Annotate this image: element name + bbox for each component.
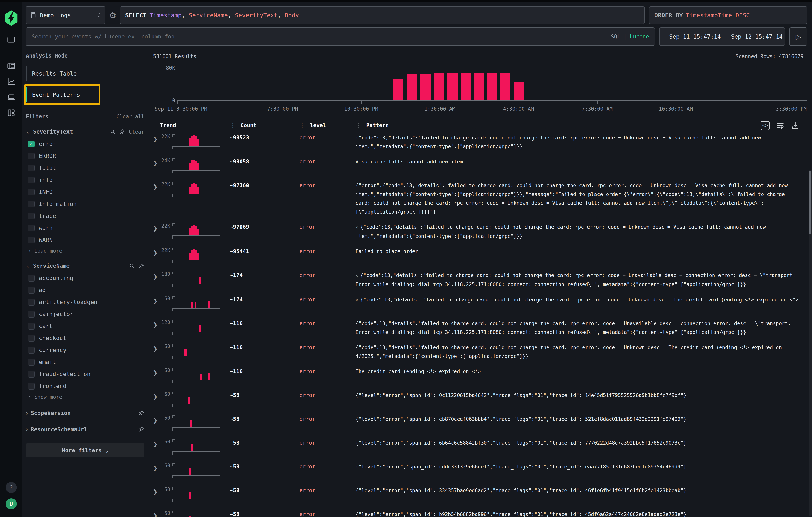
checkbox-unchecked[interactable] bbox=[28, 323, 35, 329]
collapse-sidebar-icon[interactable] bbox=[6, 35, 16, 45]
table-row[interactable]: ❯22K~97360error{"error":{"code":13,"deta… bbox=[151, 178, 812, 219]
checkbox-unchecked[interactable] bbox=[28, 225, 35, 231]
pattern-cell[interactable]: {"level":"error","span_id":"eb870ecef063… bbox=[355, 414, 801, 424]
hyperdx-logo-icon[interactable] bbox=[3, 10, 20, 26]
table-row[interactable]: ❯60~116errorThe credit card (ending <*> … bbox=[151, 364, 812, 387]
row-expand-chevron-icon[interactable]: ❯ bbox=[151, 295, 160, 304]
checkbox-unchecked[interactable] bbox=[28, 359, 35, 366]
chart-explorer-nav-icon[interactable] bbox=[6, 77, 16, 86]
service-show-more[interactable]: › Show more bbox=[28, 394, 144, 400]
pattern-cell[interactable]: {"code":13,"details":"failed to charge c… bbox=[355, 133, 801, 151]
row-expand-chevron-icon[interactable]: ❯ bbox=[151, 391, 160, 400]
table-row[interactable]: ❯60~58error{"level":"error","span_id":"0… bbox=[151, 387, 812, 411]
histogram-bar[interactable] bbox=[474, 73, 484, 100]
pattern-cell[interactable]: {"level":"error","span_id":"0c11220615ba… bbox=[355, 391, 801, 400]
pattern-cell[interactable]: {"error":{"code":13,"details":"failed to… bbox=[355, 181, 801, 216]
histogram-bar[interactable] bbox=[434, 73, 444, 100]
table-row[interactable]: ❯60~58error{"level":"error","span_id":"b… bbox=[151, 507, 812, 517]
table-row[interactable]: ❯60~58error{"level":"error","span_id":"e… bbox=[151, 411, 812, 435]
row-expand-chevron-icon[interactable]: ❯ bbox=[151, 319, 160, 328]
user-avatar[interactable]: U bbox=[6, 498, 17, 509]
checkbox-unchecked[interactable] bbox=[28, 371, 35, 378]
checkbox-unchecked[interactable] bbox=[28, 287, 35, 293]
scope-version-group[interactable]: › ScopeVersion bbox=[26, 410, 144, 416]
table-row[interactable]: ❯60~58error{"level":"error","span_id":"c… bbox=[151, 459, 812, 483]
order-by-input[interactable]: ORDER BYTimestampTime DESC bbox=[649, 6, 807, 24]
checkbox-unchecked[interactable] bbox=[28, 212, 35, 220]
pattern-cell[interactable]: {"code":13,"details":"failed to charge c… bbox=[355, 319, 801, 337]
service-filter-option[interactable]: frontend bbox=[26, 380, 144, 392]
checkbox-unchecked[interactable] bbox=[28, 347, 35, 353]
severity-filter-option[interactable]: ✓error bbox=[26, 138, 144, 150]
severity-filter-option[interactable]: INFO bbox=[26, 186, 144, 198]
severity-clear-button[interactable]: Clear bbox=[129, 129, 144, 135]
run-query-button[interactable]: ▷ bbox=[789, 27, 807, 46]
row-expand-chevron-icon[interactable]: ❯ bbox=[151, 414, 160, 424]
checkbox-unchecked[interactable] bbox=[28, 311, 35, 318]
row-expand-chevron-icon[interactable]: ❯ bbox=[151, 343, 160, 352]
results-histogram[interactable]: 80K 0 Sep 11 3:30:00 PM7:30:00 PM10:30:0… bbox=[153, 67, 807, 112]
row-expand-chevron-icon[interactable]: ❯ bbox=[151, 270, 160, 280]
row-expand-chevron-icon[interactable]: ❯ bbox=[151, 133, 160, 142]
histogram-bar[interactable] bbox=[407, 74, 417, 100]
table-row[interactable]: ❯60~174error×{"code":13,"details":"faile… bbox=[151, 292, 812, 316]
pattern-cell[interactable]: {"level":"error","span_id":"6b64c6c58842… bbox=[355, 438, 801, 447]
download-icon[interactable] bbox=[791, 121, 800, 130]
checkbox-unchecked[interactable] bbox=[28, 177, 35, 183]
histogram-bar[interactable] bbox=[393, 79, 403, 100]
pin-icon[interactable] bbox=[139, 427, 144, 432]
chevron-down-icon[interactable]: ⌄ bbox=[26, 128, 30, 135]
checkbox-unchecked[interactable] bbox=[28, 165, 35, 171]
histogram-bar[interactable] bbox=[500, 73, 511, 100]
pin-icon[interactable] bbox=[139, 263, 144, 268]
column-header-level[interactable]: ⋮level bbox=[299, 122, 355, 129]
search-input[interactable]: Search your events w/ Lucene ex. column:… bbox=[26, 27, 655, 46]
column-drag-handle-icon[interactable]: ⋮ bbox=[230, 122, 236, 129]
histogram-bar[interactable] bbox=[420, 74, 431, 100]
pattern-cell[interactable]: Visa cache full: cannot add new item. bbox=[355, 157, 801, 166]
severity-filter-option[interactable]: Information bbox=[26, 198, 144, 210]
view-source-icon[interactable]: <> bbox=[761, 121, 770, 130]
scrollbar-thumb[interactable] bbox=[809, 171, 811, 234]
table-row[interactable]: ❯60~58error{"level":"error","span_id":"6… bbox=[151, 435, 812, 459]
pattern-cell[interactable]: ×{"code":13,"details":"failed to charge … bbox=[355, 295, 801, 305]
service-filter-option[interactable]: fraud-detection bbox=[26, 368, 144, 380]
more-filters-button[interactable]: More filters ⌄ bbox=[26, 443, 144, 457]
severity-filter-option[interactable]: WARN bbox=[26, 234, 144, 246]
row-expand-chevron-icon[interactable]: ❯ bbox=[151, 438, 160, 448]
checkbox-unchecked[interactable] bbox=[28, 299, 35, 306]
help-button[interactable]: ? bbox=[6, 482, 17, 493]
pin-icon[interactable] bbox=[119, 129, 125, 135]
service-filter-option[interactable]: cainjector bbox=[26, 308, 144, 320]
clear-all-filters-button[interactable]: Clear all bbox=[117, 114, 144, 119]
language-sql-option[interactable]: SQL bbox=[611, 33, 620, 40]
text-wrap-icon[interactable] bbox=[776, 121, 785, 130]
column-header-pattern[interactable]: ⋮Pattern bbox=[355, 122, 801, 129]
column-drag-handle-icon[interactable]: ⋮ bbox=[299, 122, 305, 129]
pattern-cell[interactable]: {"level":"error","span_id":"b92b54b6882b… bbox=[355, 510, 801, 517]
severity-filter-option[interactable]: warn bbox=[26, 222, 144, 234]
histogram-bar[interactable] bbox=[447, 73, 458, 100]
column-header-count[interactable]: ⋮Count bbox=[230, 122, 299, 129]
table-row[interactable]: ❯24K~98058errorVisa cache full: cannot a… bbox=[151, 154, 812, 178]
service-filter-option[interactable]: currency bbox=[26, 344, 144, 356]
pattern-cell[interactable]: ×{"code":13,"details":"failed to charge … bbox=[355, 222, 801, 240]
pattern-cell[interactable]: Failed to place order bbox=[355, 247, 801, 256]
source-selector[interactable]: Demo Logs bbox=[26, 6, 106, 24]
service-filter-option[interactable]: checkout bbox=[26, 332, 144, 344]
sessions-nav-icon[interactable] bbox=[6, 92, 16, 102]
table-row[interactable]: ❯22K~95441errorFailed to place order bbox=[151, 243, 812, 267]
checkbox-unchecked[interactable] bbox=[28, 275, 35, 282]
row-expand-chevron-icon[interactable]: ❯ bbox=[151, 367, 160, 376]
checkbox-unchecked[interactable] bbox=[28, 335, 35, 342]
tab-event-patterns[interactable]: Event Patterns bbox=[26, 87, 99, 103]
service-filter-option[interactable]: artillery-loadgen bbox=[26, 296, 144, 308]
checkbox-unchecked[interactable] bbox=[28, 383, 35, 390]
checkbox-unchecked[interactable] bbox=[28, 189, 35, 196]
row-expand-chevron-icon[interactable]: ❯ bbox=[151, 486, 160, 495]
checkbox-unchecked[interactable] bbox=[28, 201, 35, 207]
pattern-cell[interactable]: {"level":"error","span_id":"334357bae9ed… bbox=[355, 486, 801, 495]
row-expand-chevron-icon[interactable]: ❯ bbox=[151, 222, 160, 232]
dashboards-nav-icon[interactable] bbox=[6, 108, 16, 118]
service-filter-option[interactable]: email bbox=[26, 356, 144, 368]
